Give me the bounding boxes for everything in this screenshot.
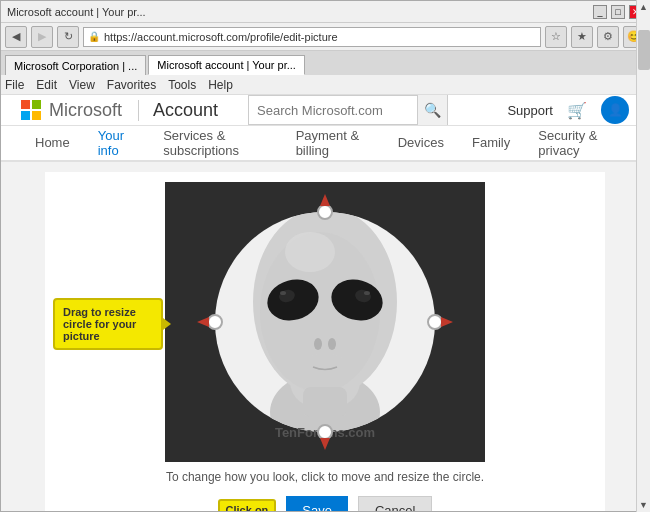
menu-edit[interactable]: Edit: [36, 78, 57, 92]
tooltip-text: Drag to resize circle for your picture: [63, 306, 136, 342]
handle-bottom: [318, 425, 332, 439]
alien-image: TenForums.com: [165, 182, 485, 462]
search-input[interactable]: [249, 103, 417, 118]
resize-tooltip: Drag to resize circle for your picture: [53, 298, 163, 350]
forward-button[interactable]: ▶: [31, 26, 53, 48]
support-link[interactable]: Support: [507, 103, 553, 118]
logo-sq-red: [21, 100, 30, 109]
tab-devices[interactable]: Devices: [384, 127, 458, 161]
svg-point-10: [280, 291, 286, 295]
tab-2[interactable]: Microsoft account | Your pr...: [148, 55, 305, 75]
page-title: Microsoft account | Your pr...: [7, 6, 146, 18]
maximize-button[interactable]: □: [611, 5, 625, 19]
menu-favorites[interactable]: Favorites: [107, 78, 156, 92]
svg-point-13: [314, 338, 322, 350]
menu-view[interactable]: View: [69, 78, 95, 92]
logo-sq-green: [32, 100, 41, 109]
microsoft-logo: Microsoft: [21, 100, 139, 121]
svg-rect-16: [303, 387, 347, 417]
scroll-up-button[interactable]: ▲: [637, 0, 650, 14]
alien-background: TenForums.com: [165, 182, 485, 462]
search-button[interactable]: 🔍: [417, 95, 447, 125]
browser-frame: Microsoft account | Your pr... _ □ ✕ ◀ ▶…: [0, 0, 650, 512]
cart-icon[interactable]: 🛒: [567, 101, 587, 120]
star-icon[interactable]: ☆: [545, 26, 567, 48]
tooltip-arrow: [163, 318, 171, 330]
title-bar: Microsoft account | Your pr... _ □ ✕: [1, 1, 649, 23]
ssl-icon: 🔒: [88, 31, 100, 42]
settings-icon[interactable]: ⚙: [597, 26, 619, 48]
cancel-button[interactable]: Cancel: [358, 496, 432, 511]
svg-point-15: [285, 232, 335, 272]
favorites-icon[interactable]: ★: [571, 26, 593, 48]
scrollbar: ▲ ▼: [636, 0, 650, 512]
svg-point-14: [328, 338, 336, 350]
account-label: Account: [153, 100, 218, 121]
handle-left: [208, 315, 222, 329]
navigation-bar: ◀ ▶ ↻ 🔒 https://account.microsoft.com/pr…: [1, 23, 649, 51]
logo-squares: [21, 100, 41, 120]
minimize-button[interactable]: _: [593, 5, 607, 19]
handle-top: [318, 205, 332, 219]
edit-area: TenForums.com: [45, 172, 605, 511]
page-content: Microsoft Account 🔍 Support 🛒 👤 Home You…: [1, 95, 649, 511]
scroll-down-button[interactable]: ▼: [637, 498, 650, 512]
image-container: TenForums.com: [165, 182, 485, 462]
refresh-button[interactable]: ↻: [57, 26, 79, 48]
action-bar: Click on Save Cancel: [218, 496, 433, 511]
nav-tabs: Home Your info Services & subscriptions …: [1, 126, 649, 162]
menu-tools[interactable]: Tools: [168, 78, 196, 92]
main-content: TenForums.com: [1, 162, 649, 511]
menu-file[interactable]: File: [5, 78, 24, 92]
handle-right: [428, 315, 442, 329]
menu-help[interactable]: Help: [208, 78, 233, 92]
tab-home[interactable]: Home: [21, 127, 84, 161]
address-bar[interactable]: 🔒 https://account.microsoft.com/profile/…: [83, 27, 541, 47]
scroll-thumb[interactable]: [638, 30, 650, 70]
logo-sq-blue: [21, 111, 30, 120]
back-button[interactable]: ◀: [5, 26, 27, 48]
instruction-text: To change how you look, click to move an…: [166, 470, 484, 484]
tab-1[interactable]: Microsoft Corporation | ...: [5, 55, 146, 75]
tab-family[interactable]: Family: [458, 127, 524, 161]
save-button[interactable]: Save: [286, 496, 348, 511]
address-text: https://account.microsoft.com/profile/ed…: [104, 31, 536, 43]
click-on-badge: Click on: [218, 499, 277, 511]
microsoft-name: Microsoft: [49, 100, 122, 121]
svg-point-12: [364, 291, 370, 295]
tab-bar: Microsoft Corporation | ... Microsoft ac…: [1, 51, 649, 75]
logo-sq-yellow: [32, 111, 41, 120]
menu-bar: File Edit View Favorites Tools Help: [1, 75, 649, 95]
